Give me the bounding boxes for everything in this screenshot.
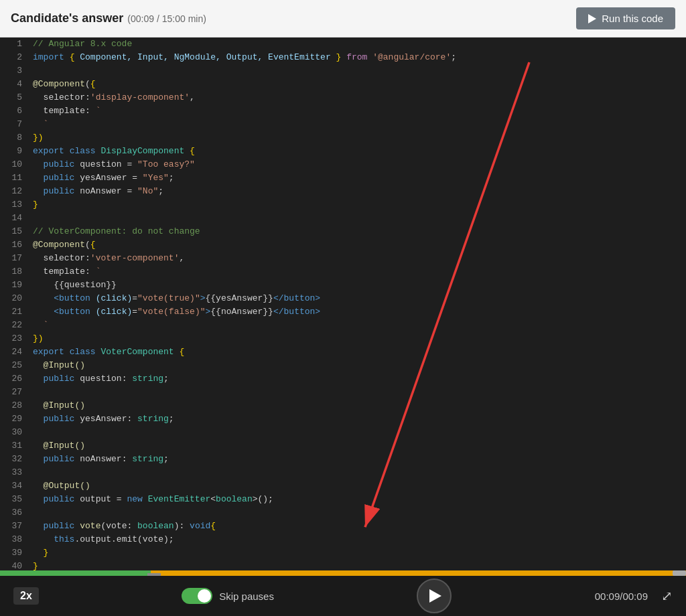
scroll-thumb [147, 573, 161, 576]
code-line-40: 40 } [0, 560, 686, 570]
code-line-30: 30 [0, 426, 686, 439]
code-line-19: 19 {{question}} [0, 279, 686, 292]
code-line-14: 14 [0, 212, 686, 225]
footer-controls: 2x Skip pauses 00:09/00:09 ⤢ [0, 576, 686, 616]
code-line-5: 5 selector:'display-component', [0, 91, 686, 104]
code-line-2: 2 import { Component, Input, NgModule, O… [0, 51, 686, 64]
code-line-23: 23 }) [0, 332, 686, 345]
code-line-8: 8 }) [0, 131, 686, 145]
code-line-32: 32 public noAnswer: string; [0, 453, 686, 466]
timer-label: (00:09 / 15:00 min) [127, 13, 206, 24]
code-line-39: 39 } [0, 546, 686, 560]
code-line-22: 22 ` [0, 319, 686, 332]
code-line-7: 7 ` [0, 118, 686, 131]
code-line-33: 33 [0, 466, 686, 479]
code-line-34: 34 @Output() [0, 479, 686, 493]
time-display: 00:09/00:09 [595, 591, 648, 602]
code-line-16: 16 @Component({ [0, 238, 686, 252]
code-line-26: 26 public question: string; [0, 372, 686, 386]
footer-right: 00:09/00:09 ⤢ [595, 588, 673, 605]
page-title: Candidate's answer [11, 11, 123, 25]
play-button[interactable] [417, 579, 452, 613]
code-line-9: 9 export class DisplayComponent { [0, 145, 686, 158]
progress-fill [0, 570, 151, 576]
code-line-37: 37 public vote(vote: boolean): void{ [0, 520, 686, 533]
code-line-38: 38 this.output.emit(vote); [0, 533, 686, 546]
progress-bar-container[interactable] [0, 570, 686, 576]
code-line-12: 12 public noAnswer = "No"; [0, 185, 686, 198]
code-line-17: 17 selector:'voter-component', [0, 252, 686, 265]
code-line-13: 13 } [0, 198, 686, 212]
play-icon [588, 14, 596, 23]
skip-pauses-toggle[interactable] [182, 588, 212, 604]
code-line-28: 28 @Input() [0, 399, 686, 412]
code-line-15: 15 // VoterComponent: do not change [0, 225, 686, 238]
run-code-button[interactable]: Run this code [576, 7, 675, 29]
header: Candidate's answer (00:09 / 15:00 min) R… [0, 0, 686, 37]
code-line-36: 36 [0, 506, 686, 520]
code-line-24: 24 export class VoterComponent { [0, 345, 686, 359]
code-line-18: 18 template: ` [0, 265, 686, 279]
run-button-label: Run this code [602, 13, 663, 24]
code-line-35: 35 public output = new EventEmitter<bool… [0, 493, 686, 506]
code-line-3: 3 [0, 64, 686, 78]
right-scroll-thumb [673, 570, 686, 576]
skip-pauses-label: Skip pauses [219, 591, 274, 602]
code-line-27: 27 [0, 386, 686, 399]
code-line-1: 1 // Angular 8.x code [0, 37, 686, 51]
code-line-20: 20 <button (click)="vote(true)">{{yesAns… [0, 292, 686, 305]
code-line-25: 25 @Input() [0, 359, 686, 372]
code-line-31: 31 @Input() [0, 439, 686, 453]
skip-pauses-control: Skip pauses [182, 588, 274, 604]
code-line-6: 6 template: ` [0, 104, 686, 118]
code-editor: 1 // Angular 8.x code 2 import { Compone… [0, 37, 686, 570]
toggle-knob [198, 589, 211, 603]
code-line-4: 4 @Component({ [0, 78, 686, 91]
code-line-21: 21 <button (click)="vote(false)">{{noAns… [0, 305, 686, 319]
code-line-29: 29 public yesAnswer: string; [0, 412, 686, 426]
speed-badge[interactable]: 2x [13, 587, 39, 605]
code-line-11: 11 public yesAnswer = "Yes"; [0, 171, 686, 185]
fullscreen-button[interactable]: ⤢ [661, 588, 673, 605]
play-triangle-icon [429, 589, 441, 603]
code-line-10: 10 public question = "Too easy?" [0, 158, 686, 171]
